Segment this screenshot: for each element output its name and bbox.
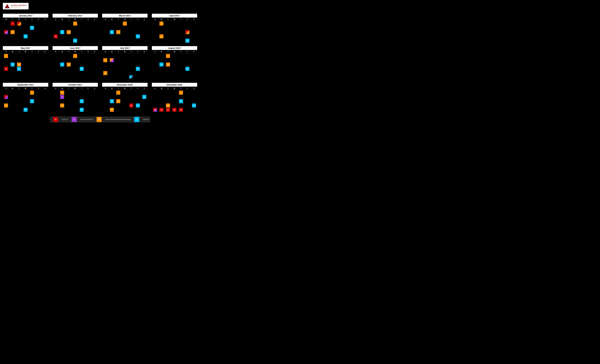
calendar-cell: 1: [122, 22, 128, 26]
calendar-cell: [22, 54, 29, 58]
calendar-cell: [171, 58, 178, 62]
calendar-cell: [79, 26, 85, 30]
day-header-label: T: [128, 87, 134, 90]
calendar-header-dec2016: SMTWTFS: [152, 87, 197, 90]
day-header-label: S: [42, 87, 48, 90]
calendar-cell: [122, 30, 128, 34]
calendar-oct2017: October 2017SMTWTFS29131631: [53, 83, 98, 112]
calendar-cell: [109, 91, 115, 95]
calendar-cell: 10: [141, 95, 148, 99]
legend-h-box: H: [53, 117, 58, 122]
day-header-label: S: [191, 87, 197, 90]
legend-ta-item: TA: [94, 117, 104, 122]
calendar-cell: [85, 99, 91, 103]
day-header-label: S: [42, 18, 48, 20]
calendar-cell: [102, 103, 109, 108]
day-number: 17: [10, 30, 15, 34]
calendar-cell: [152, 22, 158, 26]
calendar-cell: [35, 67, 42, 71]
calendar-sep2017: September 2017SMTWTFS14151829: [3, 83, 48, 112]
day-header-label: W: [171, 51, 178, 53]
calendar-cell: [184, 95, 191, 99]
calendar-cell: 25: [152, 108, 158, 112]
day-header-label: T: [16, 87, 22, 90]
calendar-cell: [178, 103, 184, 108]
calendar-cell: [42, 58, 48, 62]
calendar-cell: [22, 63, 29, 66]
legend-divider2: [80, 119, 93, 120]
calendar-cell: [79, 103, 85, 108]
calendar-cell: [92, 91, 98, 95]
calendar-body-aug2017: 1151631: [152, 53, 197, 71]
day-header-label: S: [141, 51, 147, 53]
day-number: 29: [24, 108, 28, 112]
calendar-jun2017: June 2017SMTWTFS1151630: [53, 46, 98, 80]
day-number: 30: [110, 108, 114, 112]
calendar-cell: [59, 22, 66, 26]
calendar-cell: [165, 58, 171, 62]
calendar-jan2017: January 2017MTWTFSS2313161731: [3, 14, 48, 43]
day-header-label: M: [9, 87, 16, 90]
day-number: 18: [166, 103, 170, 108]
day-number: 16: [17, 63, 21, 66]
calendar-cell: [42, 34, 48, 38]
calendar-cell: [16, 26, 22, 30]
calendar-cell: [135, 91, 141, 95]
legend-s-box: S: [134, 117, 139, 122]
calendar-cell: [184, 22, 191, 26]
calendar-title-oct2017: October 2017: [53, 83, 98, 87]
calendar-cell: 1: [165, 54, 171, 58]
day-header-label: F: [135, 87, 141, 90]
calendar-cell: [9, 99, 16, 103]
calendar-cell: [152, 58, 158, 62]
calendar-cell: [135, 75, 141, 79]
calendar-cell: [141, 22, 148, 26]
calendar-cell: [92, 54, 98, 58]
calendar-cell: [35, 22, 42, 26]
day-header-label: S: [3, 51, 9, 53]
logo-box: AZUSA PACIFIC UNIVERSITY: [3, 3, 28, 9]
calendar-cell: [22, 58, 29, 62]
calendar-cell: [109, 75, 115, 79]
calendar-cell: [66, 67, 72, 71]
calendar-cell: [191, 67, 197, 71]
calendar-cell: [16, 91, 22, 95]
day-header-label: T: [78, 51, 85, 53]
calendar-cell: [53, 91, 59, 95]
calendar-cell: [9, 91, 16, 95]
calendar-cell: [102, 22, 109, 26]
calendar-cell: [72, 26, 78, 30]
calendar-cell: [42, 54, 48, 58]
calendar-cell: [128, 30, 135, 34]
calendar-cell: [152, 91, 158, 95]
calendar-cell: [3, 91, 9, 95]
calendar-cell: [92, 95, 98, 99]
calendar-cell: [35, 95, 42, 99]
calendar-cell: [184, 58, 191, 62]
calendar-cell: [9, 67, 16, 71]
calendar-cell: 28: [184, 39, 191, 43]
calendar-cell: [191, 99, 197, 103]
calendar-cell: [102, 34, 109, 38]
calendar-cell: [3, 99, 9, 103]
calendar-cell: [171, 67, 178, 71]
day-number: 14: [185, 30, 189, 34]
calendar-cell: [66, 95, 72, 99]
calendar-cell: [102, 99, 109, 103]
calendar-body-jan2017: 2313161731: [3, 21, 48, 39]
calendar-cell: [184, 54, 191, 58]
calendar-cell: [184, 103, 191, 108]
calendar-cell: [141, 63, 148, 66]
calendar-cell: 16: [66, 63, 72, 66]
calendar-cell: [178, 30, 184, 34]
calendar-cell: [16, 99, 22, 103]
day-header-label: F: [184, 18, 191, 20]
day-header-label: T: [128, 51, 134, 53]
day-number: 15: [110, 30, 114, 34]
calendar-cell: [72, 108, 78, 112]
day-number: 15: [110, 99, 114, 103]
calendar-cell: [141, 58, 148, 62]
calendar-cell: [22, 30, 29, 34]
day-header-label: F: [35, 87, 42, 90]
university-name: AZUSA PACIFIC: [11, 4, 27, 6]
